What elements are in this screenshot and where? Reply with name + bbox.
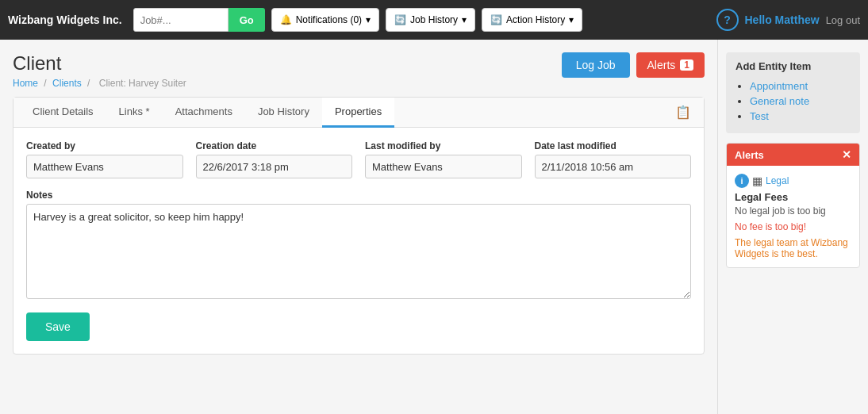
- job-history-button[interactable]: 🔄 Job History ▾: [386, 8, 475, 32]
- save-button[interactable]: Save: [26, 312, 90, 341]
- creation-date-input[interactable]: [196, 155, 353, 178]
- created-by-group: Created by: [26, 140, 183, 178]
- page-title-area: Client Home / Clients / Client: Harvey S…: [13, 52, 190, 89]
- tab-links[interactable]: Links *: [106, 98, 163, 128]
- last-modified-by-input[interactable]: [365, 155, 522, 178]
- entity-test-link[interactable]: Test: [750, 110, 769, 122]
- notifications-button[interactable]: 🔔 Notifications (0) ▾: [271, 8, 379, 32]
- page-actions: Log Job Alerts 1: [562, 52, 705, 78]
- alert-text2: No fee is too big!: [735, 221, 851, 232]
- alerts-close-button[interactable]: ✕: [842, 148, 851, 161]
- alerts-badge: 1: [680, 59, 693, 71]
- entity-list: Appointment General note Test: [735, 80, 851, 122]
- page-title: Client: [13, 52, 190, 75]
- tabs-container: Client Details Links * Attachments Job H…: [13, 97, 705, 355]
- right-sidebar: Add Entity Item Appointment General note…: [717, 40, 868, 414]
- brand-label: Wizbang Widgets Inc.: [8, 13, 122, 26]
- save-row: Save: [26, 312, 691, 341]
- alert-info-icon: i: [735, 174, 749, 188]
- header: Wizbang Widgets Inc. Go 🔔 Notifications …: [0, 0, 868, 40]
- last-modified-by-group: Last modified by: [365, 140, 522, 178]
- content-area: Client Home / Clients / Client: Harvey S…: [0, 40, 717, 414]
- alert-category-row: i ▦ Legal: [735, 174, 851, 188]
- list-item: General note: [750, 95, 851, 107]
- tab-job-history[interactable]: Job History: [245, 98, 322, 128]
- action-history-button[interactable]: 🔄 Action History ▾: [482, 8, 582, 32]
- hello-label: Hello Matthew: [745, 13, 820, 26]
- list-item: Appointment: [750, 80, 851, 92]
- notes-textarea[interactable]: Harvey is a great solicitor, so keep him…: [26, 204, 691, 299]
- go-button[interactable]: Go: [229, 8, 265, 32]
- breadcrumb-current: Client: Harvey Suiter: [99, 78, 186, 89]
- last-modified-by-label: Last modified by: [365, 140, 522, 151]
- created-by-label: Created by: [26, 140, 183, 151]
- alert-title: Legal Fees: [735, 191, 851, 203]
- fields-row-1: Created by Creation date Last modified b…: [26, 140, 691, 178]
- notifications-label: Notifications (0): [296, 14, 362, 25]
- job-history-icon: 🔄: [394, 14, 406, 25]
- help-button[interactable]: ?: [716, 9, 739, 31]
- alert-grid-icon: ▦: [752, 174, 762, 187]
- notes-label: Notes: [26, 190, 691, 201]
- chevron-down-icon2: ▾: [462, 14, 467, 25]
- list-item: Test: [750, 110, 851, 122]
- tab-client-details[interactable]: Client Details: [20, 98, 106, 128]
- alert-text3: The legal team at Wizbang Widgets is the…: [735, 237, 851, 259]
- breadcrumb-home[interactable]: Home: [13, 78, 38, 89]
- main-container: Client Home / Clients / Client: Harvey S…: [0, 40, 868, 414]
- job-history-label: Job History: [410, 14, 458, 25]
- logout-link[interactable]: Log out: [826, 14, 860, 26]
- alert-text1: No legal job is too big: [735, 205, 851, 217]
- alert-category-label: Legal: [766, 175, 789, 186]
- log-job-button[interactable]: Log Job: [562, 52, 630, 78]
- alerts-panel-title: Alerts: [735, 149, 764, 161]
- entity-box: Add Entity Item Appointment General note…: [726, 52, 860, 133]
- bell-icon: 🔔: [280, 14, 292, 25]
- chevron-down-icon: ▾: [366, 14, 371, 25]
- alerts-panel-header: Alerts ✕: [727, 144, 859, 166]
- alerts-button-label: Alerts: [647, 59, 676, 71]
- tab-attachments[interactable]: Attachments: [163, 98, 245, 128]
- entity-appointment-link[interactable]: Appointment: [750, 80, 808, 92]
- creation-date-label: Creation date: [196, 140, 353, 151]
- date-last-modified-input[interactable]: [535, 155, 692, 178]
- search-area: Go: [133, 8, 265, 32]
- created-by-input[interactable]: [26, 155, 183, 178]
- properties-tab-content: Created by Creation date Last modified b…: [13, 128, 704, 354]
- search-input[interactable]: [133, 8, 229, 32]
- action-history-label: Action History: [506, 14, 565, 25]
- creation-date-group: Creation date: [196, 140, 353, 178]
- alerts-content: i ▦ Legal Legal Fees No legal job is too…: [727, 166, 859, 267]
- chevron-down-icon3: ▾: [569, 14, 574, 25]
- breadcrumb: Home / Clients / Client: Harvey Suiter: [13, 78, 190, 89]
- date-last-modified-label: Date last modified: [535, 140, 692, 151]
- breadcrumb-clients[interactable]: Clients: [52, 78, 82, 89]
- tab-properties[interactable]: Properties: [322, 98, 394, 128]
- page-header: Client Home / Clients / Client: Harvey S…: [13, 52, 705, 89]
- alerts-panel: Alerts ✕ i ▦ Legal Legal Fees No legal j…: [726, 143, 860, 268]
- copy-icon[interactable]: 📋: [669, 100, 697, 125]
- entity-box-title: Add Entity Item: [735, 60, 851, 72]
- entity-general-note-link[interactable]: General note: [750, 95, 809, 107]
- action-history-icon: 🔄: [490, 14, 502, 25]
- date-last-modified-group: Date last modified: [535, 140, 692, 178]
- alerts-button[interactable]: Alerts 1: [636, 52, 705, 78]
- tabs-header: Client Details Links * Attachments Job H…: [13, 98, 704, 128]
